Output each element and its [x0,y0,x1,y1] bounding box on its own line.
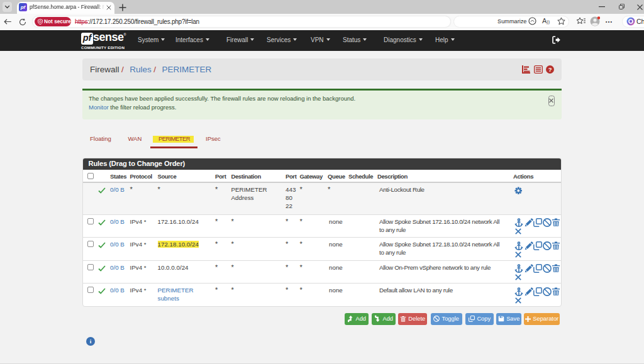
svg-text:?: ? [548,66,552,73]
